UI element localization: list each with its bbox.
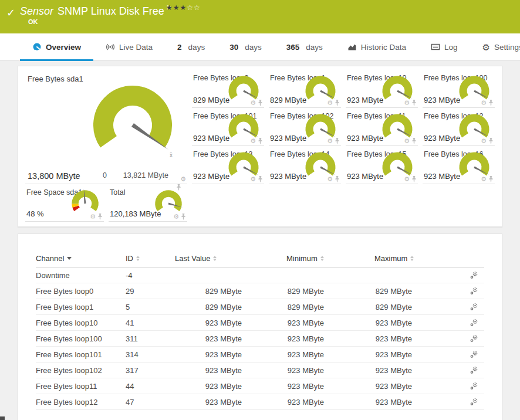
cell-maximum: 923 MByte xyxy=(324,398,412,407)
gauge-pin-icon[interactable] xyxy=(181,214,186,220)
channel-settings-icon[interactable] xyxy=(470,398,478,406)
gauge-value: 923 MByte xyxy=(347,96,383,104)
column-header-last-value[interactable]: Last Value xyxy=(175,254,242,263)
gauge-settings-icon[interactable]: ⚙ xyxy=(327,176,333,182)
table-row-free-bytes-loop11: Free Bytes loop11 44 923 MByte 923 MByte… xyxy=(36,378,484,394)
gauge-pin-icon[interactable] xyxy=(411,100,417,106)
cell-last-value: 829 MByte xyxy=(175,303,242,311)
gauge-pin-icon[interactable] xyxy=(488,100,494,106)
channel-settings-icon[interactable] xyxy=(470,382,478,390)
gauge-pin-icon[interactable] xyxy=(258,176,263,182)
gauge-pin-icon[interactable] xyxy=(335,176,340,182)
gauge-settings-icon[interactable]: ⚙ xyxy=(327,100,333,106)
cell-last-value: 923 MByte xyxy=(175,398,242,407)
channel-settings-icon[interactable] xyxy=(470,334,478,343)
gauge-settings-icon[interactable]: ⚙ xyxy=(250,100,256,106)
star-filled-icon[interactable]: ★ xyxy=(166,4,173,12)
gauge-value: 48 % xyxy=(26,209,44,218)
gauge-pin-icon[interactable] xyxy=(258,100,263,106)
cell-minimum: 923 MByte xyxy=(242,398,324,407)
channel-settings-icon[interactable] xyxy=(470,366,478,374)
cell-minimum: 829 MByte xyxy=(242,303,324,311)
channel-settings-icon[interactable] xyxy=(470,303,478,311)
page-corner-chip xyxy=(0,416,5,420)
cell-id: 44 xyxy=(126,382,175,391)
tab-365-days[interactable]: 365days xyxy=(274,33,335,60)
column-label: Last Value xyxy=(175,254,210,263)
gauge-value: 923 MByte xyxy=(193,134,229,143)
tab-number: 2 xyxy=(177,43,182,52)
channel-settings-icon[interactable] xyxy=(470,271,478,279)
cell-minimum: 923 MByte xyxy=(242,334,324,343)
table-row-downtime: Downtime -4 xyxy=(36,267,484,283)
column-header-maximum[interactable]: Maximum xyxy=(324,254,412,263)
gauge-pin-icon[interactable] xyxy=(488,138,494,144)
gauge-value: 829 MByte xyxy=(270,96,306,104)
gauge-settings-icon[interactable]: ⚙ xyxy=(481,176,487,182)
column-header-channel[interactable]: Channel xyxy=(36,254,126,263)
table-header-row: ChannelIDLast ValueMinimumMaximum xyxy=(36,250,484,267)
tab-label: Overview xyxy=(46,43,81,52)
gauge-pin-icon[interactable] xyxy=(97,214,103,220)
tab-2-days[interactable]: 2days xyxy=(165,33,217,60)
tab-label: Settings xyxy=(494,43,520,52)
gauge-value: 923 MByte xyxy=(424,96,460,104)
star-empty-icon[interactable]: ☆ xyxy=(194,4,201,12)
gauge-settings-icon[interactable]: ⚙ xyxy=(173,214,179,220)
gauge-value: 923 MByte xyxy=(193,172,229,181)
gauge-pin-icon[interactable] xyxy=(411,138,417,144)
gauge-settings-icon[interactable]: ⚙ xyxy=(90,214,96,220)
cell-id: 311 xyxy=(126,334,175,343)
tab-settings[interactable]: ⚙Settings xyxy=(470,33,520,60)
gauge-pin-icon[interactable] xyxy=(335,138,340,144)
cell-last-value: 923 MByte xyxy=(175,382,242,391)
cell-id: 317 xyxy=(126,366,175,375)
gauge-free-bytes-loop15: Free Bytes loop15 923 MByte ⚙ xyxy=(346,146,418,184)
table-row-free-bytes-loop0: Free Bytes loop0 29 829 MByte 829 MByte … xyxy=(36,283,484,299)
channel-settings-icon[interactable] xyxy=(470,287,478,295)
status-badge: OK xyxy=(28,18,38,25)
gauge-value: 120,183 MByte xyxy=(110,209,161,218)
gauge-settings-icon[interactable]: ⚙ xyxy=(404,100,410,106)
column-header-minimum[interactable]: Minimum xyxy=(242,254,324,263)
sensor-status-bar: ✓ SensorSNMP Linux Disk Free⚐ ★★★☆☆ OK xyxy=(0,0,520,33)
gauge-free-bytes-loop11: Free Bytes loop11 923 MByte ⚙ xyxy=(346,108,418,146)
tab-30-days[interactable]: 30days xyxy=(217,33,274,60)
star-filled-icon[interactable]: ★ xyxy=(173,4,180,12)
gauge-settings-icon[interactable]: ⚙ xyxy=(481,100,487,106)
gauge-value: 923 MByte xyxy=(270,134,306,143)
channel-settings-icon[interactable] xyxy=(470,319,478,327)
gauge-pin-icon[interactable] xyxy=(411,176,417,182)
tab-unit: days xyxy=(245,43,262,52)
star-filled-icon[interactable]: ★ xyxy=(180,4,187,12)
gauge-pin-icon[interactable] xyxy=(258,138,263,144)
cell-channel: Free Bytes loop12 xyxy=(36,398,126,407)
channel-settings-icon[interactable] xyxy=(470,350,478,358)
tab-overview[interactable]: Overview xyxy=(20,33,93,60)
gauge-pin-icon[interactable] xyxy=(488,176,494,182)
gauge-value: 923 MByte xyxy=(347,172,383,181)
priority-stars[interactable]: ★★★☆☆ xyxy=(166,4,201,12)
gauge-value: 829 MByte xyxy=(193,96,229,104)
gauge-settings-icon[interactable]: ⚙ xyxy=(327,138,333,144)
gauge-settings-icon[interactable]: ⚙ xyxy=(481,138,487,144)
gauge-settings-icon[interactable]: ⚙ xyxy=(404,138,410,144)
gauge-dial[interactable]: x̄ xyxy=(83,78,183,165)
gauge-settings-icon[interactable]: ⚙ xyxy=(404,176,410,182)
tab-live-data[interactable]: Live Data xyxy=(93,33,165,60)
tab-log[interactable]: Log xyxy=(418,33,470,60)
gauge-total: Total 120,183 MByte ⚙ xyxy=(109,184,187,222)
star-empty-icon[interactable]: ☆ xyxy=(187,4,194,12)
tab-number: 365 xyxy=(286,43,300,52)
column-label: Maximum xyxy=(374,254,407,263)
gauge-settings-icon[interactable]: ⚙ xyxy=(250,176,256,182)
gauge-settings-icon[interactable]: ⚙ xyxy=(180,176,186,182)
gauge-settings-icon[interactable]: ⚙ xyxy=(250,138,256,144)
table-row-free-bytes-loop102: Free Bytes loop102 317 923 MByte 923 MBy… xyxy=(36,363,484,378)
column-header-id[interactable]: ID xyxy=(126,254,175,263)
cell-minimum: 923 MByte xyxy=(242,382,324,391)
tab-historic-data[interactable]: Historic Data xyxy=(335,33,418,60)
sort-both-icon xyxy=(213,256,217,261)
gauge-pin-icon[interactable] xyxy=(335,100,340,106)
tab-unit: days xyxy=(188,43,205,52)
